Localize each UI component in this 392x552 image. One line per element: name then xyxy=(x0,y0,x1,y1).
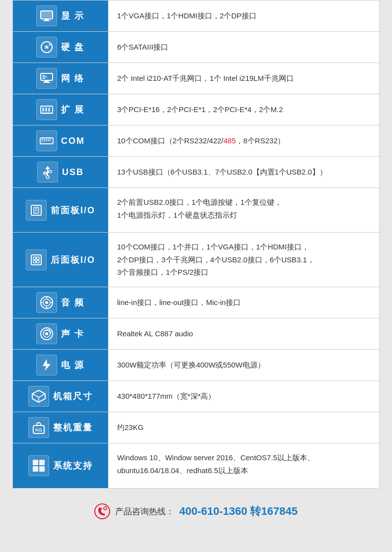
svg-rect-45 xyxy=(33,260,36,263)
label-text-network: 网 络 xyxy=(61,72,84,84)
row-audio: 音 频 line-in接口，line-out接口，Mic-in接口 xyxy=(13,287,379,318)
value-text-rear-io: 10个COM接口，1个并口，1个VGA接口，1个HDMI接口， 2个DP接口，3… xyxy=(117,241,315,279)
svg-point-21 xyxy=(44,140,45,141)
svg-rect-17 xyxy=(48,108,50,112)
value-expansion: 3个PCI-E*16，2个PCI-E*1，2个PCI-E*4，2个M.2 xyxy=(108,94,379,125)
label-text-harddisk: 硬 盘 xyxy=(61,41,84,53)
label-text-display: 显 示 xyxy=(61,10,84,22)
value-audio: line-in接口，line-out接口，Mic-in接口 xyxy=(108,287,379,318)
label-text-expansion: 扩 展 xyxy=(61,104,84,116)
value-text-weight: 约23KG xyxy=(117,421,143,434)
value-text-power: 300W额定功率（可更换400W或550W电源） xyxy=(117,359,265,371)
network-icon xyxy=(36,68,57,89)
label-os: 系统支持 xyxy=(13,443,108,488)
label-text-weight: 整机重量 xyxy=(53,422,93,433)
value-text-audio: line-in接口，line-out接口，Mic-in接口 xyxy=(117,296,241,309)
value-text-com: 10个COM接口（2个RS232/422/485，8个RS232） xyxy=(117,134,285,147)
row-front-io: 前面板I/O 2个前置USB2.0接口，1个电源按键，1个复位键， 1个电源指示… xyxy=(13,188,379,233)
value-display: 1个VGA接口，1个HDMI接口，2个DP接口 xyxy=(108,0,379,31)
svg-line-60 xyxy=(39,394,45,397)
os-icon xyxy=(28,455,49,476)
label-text-front-io: 前面板I/O xyxy=(51,204,95,216)
svg-point-22 xyxy=(46,140,47,141)
label-power: 电 源 xyxy=(13,350,108,380)
label-front-io: 前面板I/O xyxy=(13,188,108,232)
label-network: 网 络 xyxy=(13,63,108,94)
row-chassis: 机箱尺寸 430*480*177mm（宽*深*高） xyxy=(13,381,379,412)
svg-rect-46 xyxy=(37,260,39,263)
label-text-usb: USB xyxy=(62,167,84,178)
hotline-number: 400-610-1360 转167845 xyxy=(179,504,298,519)
row-power: 电 源 300W额定功率（可更换400W或550W电源） xyxy=(13,350,379,381)
svg-rect-16 xyxy=(45,108,47,112)
label-audio: 音 频 xyxy=(13,287,108,318)
expansion-icon xyxy=(36,99,57,120)
rear-io-icon xyxy=(26,249,47,270)
value-text-os: Windows 10、Window server 2016、CentOS7.5以… xyxy=(117,451,315,477)
power-icon xyxy=(36,355,57,375)
svg-point-29 xyxy=(50,139,51,140)
svg-point-69 xyxy=(104,507,107,510)
value-power: 300W额定功率（可更换400W或550W电源） xyxy=(108,350,379,380)
value-text-display: 1个VGA接口，1个HDMI接口，2个DP接口 xyxy=(117,9,257,22)
svg-line-59 xyxy=(32,394,39,397)
label-text-chassis: 机箱尺寸 xyxy=(53,390,93,402)
svg-rect-33 xyxy=(49,171,52,173)
chassis-icon xyxy=(28,386,49,407)
com-icon xyxy=(36,130,57,151)
value-com: 10个COM接口（2个RS232/422/485，8个RS232） xyxy=(108,125,379,156)
value-text-usb: 13个USB接口（6个USB3.1、7个USB2.0【内置1个USB2.0】） xyxy=(117,166,327,179)
value-text-front-io: 2个前置USB2.0接口，1个电源按键，1个复位键， 1个电源指示灯，1个硬盘状… xyxy=(117,196,282,221)
row-soundcard: 声 卡 Realtek AL C887 audio xyxy=(13,318,379,350)
label-weight: KG 整机重量 xyxy=(13,412,108,443)
row-network: 网 络 2个 Intel i210-AT千兆网口，1个 Intel i219LM… xyxy=(13,63,379,94)
value-text-network: 2个 Intel i210-AT千兆网口，1个 Intel i219LM千兆网口 xyxy=(117,72,294,85)
usb-icon xyxy=(37,162,58,183)
value-front-io: 2个前置USB2.0接口，1个电源按键，1个复位键， 1个电源指示灯，1个硬盘状… xyxy=(108,188,379,232)
label-text-rear-io: 后面板I/O xyxy=(51,254,95,266)
value-harddisk: 6个SATAIII接口 xyxy=(108,32,379,62)
svg-rect-12 xyxy=(45,80,49,82)
label-soundcard: 声 卡 xyxy=(13,318,108,349)
label-expansion: 扩 展 xyxy=(13,94,108,125)
harddisk-icon xyxy=(36,37,57,58)
row-display: 显 示 1个VGA接口，1个HDMI接口，2个DP接口 xyxy=(13,0,379,32)
svg-rect-44 xyxy=(37,257,39,259)
label-text-com: COM xyxy=(61,136,85,146)
label-harddisk: 硬 盘 xyxy=(13,32,108,62)
label-rear-io: 后面板I/O xyxy=(13,233,108,287)
value-soundcard: Realtek AL C887 audio xyxy=(108,318,379,349)
com-highlight: 485 xyxy=(223,136,236,145)
row-harddisk: 硬 盘 6个SATAIII接口 xyxy=(13,32,379,63)
svg-rect-66 xyxy=(33,466,38,472)
svg-rect-67 xyxy=(39,466,45,472)
svg-rect-13 xyxy=(43,82,50,83)
label-com: COM xyxy=(13,125,108,156)
com-prefix: 10个COM接口（2个RS232/422/ xyxy=(117,136,223,145)
value-text-harddisk: 6个SATAIII接口 xyxy=(117,41,168,54)
row-weight: KG 整机重量 约23KG xyxy=(13,412,379,443)
svg-point-56 xyxy=(45,332,48,335)
value-text-soundcard: Realtek AL C887 audio xyxy=(117,327,193,340)
svg-rect-1 xyxy=(45,19,49,20)
svg-point-23 xyxy=(48,140,49,141)
svg-point-68 xyxy=(95,504,110,519)
label-text-os: 系统支持 xyxy=(53,460,93,472)
svg-point-49 xyxy=(45,301,48,304)
svg-point-28 xyxy=(48,139,49,140)
svg-point-6 xyxy=(46,46,48,48)
hotline-label: 产品咨询热线： xyxy=(115,506,174,517)
svg-marker-57 xyxy=(43,359,51,371)
row-com: COM 10个COM接口（2个RS232/422/485，8个RS232） xyxy=(13,125,379,157)
svg-marker-31 xyxy=(45,166,50,169)
row-expansion: 扩 展 3个PCI-E*16，2个PCI-E*1，2个PCI-E*4，2个M.2 xyxy=(13,94,379,125)
label-text-power: 电 源 xyxy=(61,359,84,371)
svg-text:KG: KG xyxy=(35,428,42,432)
front-io-icon xyxy=(26,200,47,221)
svg-rect-64 xyxy=(33,460,38,465)
svg-point-26 xyxy=(44,139,45,140)
label-display: 显 示 xyxy=(13,0,108,31)
soundcard-icon xyxy=(36,323,57,344)
svg-rect-43 xyxy=(33,257,36,259)
row-usb: USB 13个USB接口（6个USB3.1、7个USB2.0【内置1个USB2.… xyxy=(13,157,379,188)
